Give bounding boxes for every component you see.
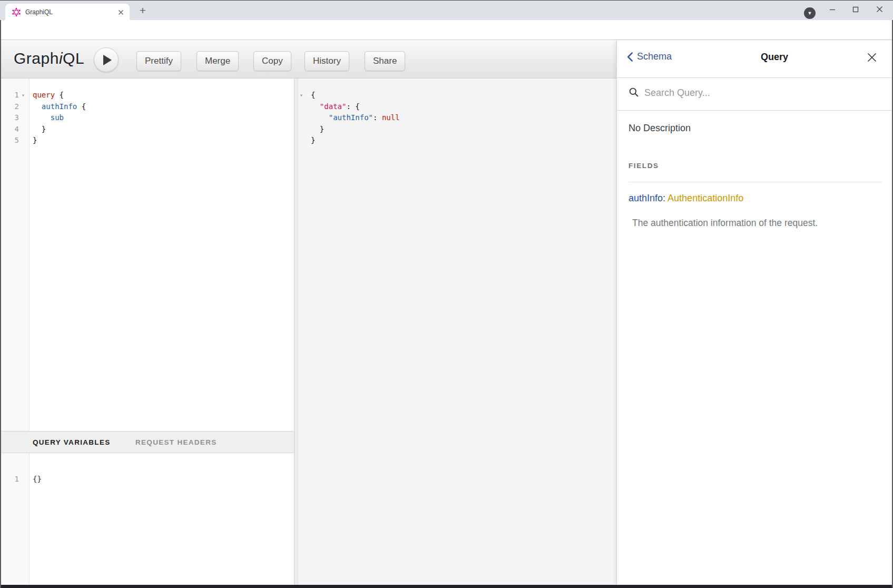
ws-token [33,102,42,111]
punct-token: { [55,91,64,99]
browser-tab-graphiql[interactable]: GraphiQL [5,4,130,21]
ws-token [33,113,51,122]
doc-close-icon[interactable] [867,52,877,63]
doc-title: Query [761,52,788,63]
logo-ql: QL [63,50,84,67]
result-line: { [311,90,315,101]
punct-token: } [311,136,315,144]
keyword-token: query [33,91,55,99]
doc-field-type-link[interactable]: AuthenticationInfo [668,193,743,203]
result-viewer: ▾ { "data": { "authInfo": null } } [298,79,616,585]
window-close-button[interactable] [868,1,891,18]
line-number: 5 [0,135,19,146]
null-token: null [382,113,400,122]
caret-down-icon: ▼ [808,11,812,16]
query-editor-gutter: 1 2 3 4 5 ▾ [0,79,30,431]
doc-field-description: The authentication information of the re… [632,218,818,229]
doc-search-underline [617,110,893,111]
code-line: } [33,124,46,135]
json-key-token: "data" [320,102,347,111]
line-number: 1 [0,473,19,485]
doc-explorer-panel: Schema Query Search Query... No Descript… [616,41,893,585]
browser-window: GraphiQL + ▼ [0,0,893,588]
tab-title: GraphiQL [25,8,53,16]
field-token: sub [51,113,64,122]
window-left-edge [0,20,1,588]
copy-button[interactable]: Copy [253,51,291,71]
minimize-icon [829,6,836,13]
result-line: } [311,124,324,135]
tab-search-button[interactable]: ▼ [804,7,816,19]
browser-nav-bar: localhost:3000/graphql P [0,20,893,40]
code-line: } [33,135,37,146]
braces-token: {} [33,475,42,483]
chevron-left-icon [626,52,633,62]
ws-token [311,113,329,122]
line-number: 1 [0,90,19,101]
line-number: 4 [0,124,19,135]
line-number: 3 [0,112,19,124]
json-key-token: "authInfo" [329,113,373,122]
doc-field-name-link[interactable]: authInfo [629,193,663,203]
logo-i: i [59,50,63,67]
line-number: 2 [0,101,19,113]
punct-token: { [77,102,86,111]
field-token: authInfo [42,102,77,111]
pane-resize-divider[interactable] [294,79,298,585]
play-icon [103,55,112,65]
code-line: sub [33,112,64,124]
doc-field-row: authInfo: AuthenticationInfo [629,193,743,204]
doc-field-colon: : [663,193,665,203]
doc-divider [629,182,882,182]
result-line: "data": { [311,101,360,113]
punct-token: } [33,125,46,133]
query-editor[interactable]: 1 2 3 4 5 ▾ query { authInfo { sub } } [0,79,294,431]
code-line: query { [33,90,64,101]
window-bottom-edge [0,585,893,588]
punct-token: : [373,113,382,122]
query-variables-editor[interactable]: 1 {} [0,453,294,585]
window-minimize-button[interactable] [820,1,844,18]
ws-token [311,102,320,111]
history-button[interactable]: History [305,51,349,71]
prettify-button[interactable]: Prettify [136,51,181,71]
graphql-favicon-icon [12,8,21,16]
tab-close-icon[interactable] [117,8,125,16]
doc-search-input[interactable]: Search Query... [644,87,710,99]
doc-back-link[interactable]: Schema [626,51,672,62]
result-line: } [311,135,315,146]
merge-button[interactable]: Merge [197,51,239,71]
tab-query-variables[interactable]: QUERY VARIABLES [33,438,111,446]
logo-graph: Graph [14,50,59,67]
share-button[interactable]: Share [365,51,405,71]
browser-tab-bar: GraphiQL + ▼ [0,0,893,20]
doc-search-icon [629,87,640,98]
code-line: authInfo { [33,101,86,113]
variables-editor-gutter: 1 [0,453,30,585]
punct-token: } [311,125,324,133]
execute-query-button[interactable] [94,47,119,72]
graphiql-logo: GraphiQL [14,50,84,67]
doc-back-label: Schema [637,51,672,62]
doc-explorer-header: Schema Query [617,41,893,78]
new-tab-button[interactable]: + [135,3,151,18]
punct-token: } [33,136,37,144]
result-line: "authInfo": null [311,112,400,124]
code-line: {} [33,473,42,485]
doc-no-description: No Description [629,123,691,134]
punct-token: : { [346,102,359,111]
punct-token: { [311,91,315,99]
maximize-icon [852,6,859,13]
fold-arrow-icon[interactable]: ▾ [22,90,25,101]
tab-request-headers[interactable]: REQUEST HEADERS [135,438,217,446]
close-icon [876,6,883,13]
fold-arrow-icon[interactable]: ▾ [300,90,303,101]
secondary-editor-tabbar: QUERY VARIABLES REQUEST HEADERS [0,431,294,453]
doc-fields-heading: FIELDS [629,162,659,170]
window-maximize-button[interactable] [843,1,867,18]
